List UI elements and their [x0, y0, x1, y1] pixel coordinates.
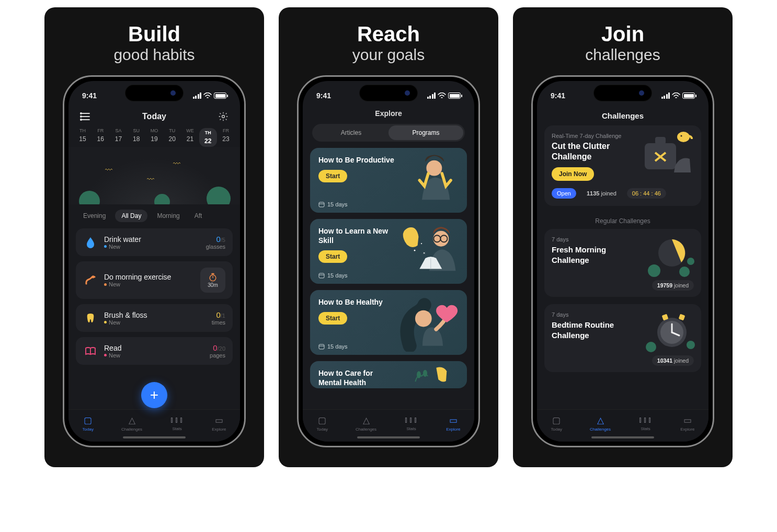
calendar-icon: [318, 343, 325, 350]
day-col-selected[interactable]: TH22: [199, 128, 217, 147]
svg-rect-22: [319, 344, 324, 349]
day-col[interactable]: TH15: [74, 128, 92, 147]
battery-icon: [682, 92, 695, 99]
square-icon: ▢: [318, 415, 326, 426]
tab-explore[interactable]: ▭Explore: [212, 415, 226, 432]
habit-card-exercise[interactable]: Do morning exercise New 30m: [76, 261, 233, 299]
add-habit-button[interactable]: +: [141, 382, 167, 408]
svg-point-43: [646, 342, 656, 352]
wifi-icon: [438, 92, 446, 99]
signal-icon: [193, 92, 202, 99]
svg-point-7: [92, 276, 95, 279]
week-row[interactable]: TH15 FR16 SA17 SU18 MO19 TU20 WE21 TH22 …: [68, 125, 240, 147]
habit-value: 0: [216, 235, 220, 244]
tab-challenges[interactable]: △Challenges: [121, 415, 142, 432]
panel-subtitle: your goals: [352, 46, 425, 64]
bookopen-icon: ▭: [215, 415, 223, 426]
drop-icon: [83, 235, 98, 250]
day-col[interactable]: FR16: [92, 128, 109, 147]
tab-challenges[interactable]: △Challenges: [356, 415, 376, 432]
habit-status: New: [109, 244, 120, 250]
gear-icon[interactable]: [217, 110, 230, 123]
wifi-icon: [672, 92, 680, 99]
day-col[interactable]: WE21: [181, 128, 199, 147]
home-indicator: [591, 436, 654, 438]
day-col[interactable]: FR23: [217, 128, 235, 147]
time-filter[interactable]: Aft: [189, 210, 208, 222]
panel-title: Reach: [357, 23, 420, 45]
mountain-icon: △: [363, 415, 370, 426]
program-illustration: [395, 293, 464, 352]
tab-challenges[interactable]: △Challenges: [590, 415, 611, 432]
day-col[interactable]: MO19: [145, 128, 163, 147]
exercise-icon: [83, 273, 98, 287]
tab-explore[interactable]: ▭Explore: [446, 415, 460, 432]
svg-point-34: [648, 264, 660, 277]
svg-point-36: [687, 258, 694, 265]
countdown-timer: 06 : 44 : 46: [627, 188, 666, 199]
day-col[interactable]: TU20: [163, 128, 181, 147]
svg-point-25: [417, 371, 421, 378]
start-button[interactable]: Start: [318, 250, 347, 263]
notch: [594, 85, 652, 101]
regular-challenge[interactable]: 7 days Bedtime Routine Challenge 10341 j…: [544, 304, 701, 372]
start-button[interactable]: Start: [318, 312, 347, 325]
svg-point-5: [81, 119, 82, 120]
program-card[interactable]: How to Care for Mental Health: [310, 361, 467, 388]
habit-status: New: [109, 319, 120, 326]
segment-programs[interactable]: Programs: [389, 125, 463, 140]
habit-card-read[interactable]: Read New 0/20 pages: [76, 337, 233, 365]
mountain-icon: △: [597, 415, 604, 426]
program-duration: 15 days: [318, 272, 348, 279]
segment-articles[interactable]: Articles: [314, 125, 389, 140]
square-icon: ▢: [84, 415, 92, 426]
bookopen-icon: ▭: [449, 415, 458, 426]
svg-point-32: [681, 135, 682, 137]
svg-point-4: [81, 116, 82, 117]
habit-status: New: [109, 281, 120, 287]
home-indicator: [123, 436, 186, 438]
time-filter[interactable]: Evening: [78, 210, 111, 222]
page-title: Explore: [303, 108, 474, 122]
panel-title: Join: [601, 23, 644, 45]
start-button[interactable]: Start: [318, 170, 347, 182]
time-filter-selected[interactable]: All Day: [115, 210, 147, 222]
regular-challenge[interactable]: 7 days Fresh Morning Challenge 19759 joi…: [544, 229, 701, 297]
svg-point-44: [687, 341, 695, 349]
screen-explore: 9:41 Explore Articles Programs How to Be…: [303, 81, 474, 442]
join-button[interactable]: Join Now: [552, 167, 594, 181]
joined-count: 1135 joined: [581, 188, 622, 199]
challenge-illustration: [638, 309, 696, 356]
program-card[interactable]: How to Be Productive Start 15 days: [310, 148, 467, 213]
tooth-icon: [83, 311, 98, 326]
day-col[interactable]: SA17: [110, 128, 128, 147]
panel-build: Build good habits 9:41 Today: [44, 7, 264, 467]
time-filter-row: Evening All Day Morning Aft: [68, 204, 240, 228]
tab-today[interactable]: ▢Today: [83, 415, 94, 432]
svg-point-26: [423, 370, 427, 377]
home-indicator: [357, 436, 420, 438]
status-icons: [427, 92, 461, 99]
status-time: 9:41: [82, 91, 97, 100]
tab-stats[interactable]: ⫾⫾⫾Stats: [638, 415, 653, 431]
habit-timer[interactable]: 30m: [200, 268, 225, 293]
habit-card-brush[interactable]: Brush & floss New 0/1 times: [76, 304, 233, 332]
tab-explore[interactable]: ▭Explore: [680, 415, 694, 432]
tab-stats[interactable]: ⫾⫾⫾Stats: [404, 415, 418, 431]
day-col[interactable]: SU18: [128, 128, 145, 147]
program-card[interactable]: How to Be Healthy Start 15 days: [310, 290, 467, 355]
list-icon[interactable]: [79, 110, 92, 123]
tab-today[interactable]: ▢Today: [551, 415, 562, 432]
program-title: How to Learn a New Skill: [318, 226, 397, 245]
habit-unit: times: [212, 319, 225, 326]
program-card[interactable]: How to Learn a New Skill Start 15 days: [310, 219, 467, 284]
square-icon: ▢: [552, 415, 561, 426]
featured-challenge[interactable]: Real-Time 7-day Challenge Cut the Clutte…: [544, 125, 701, 206]
tab-today[interactable]: ▢Today: [317, 415, 328, 432]
tab-stats[interactable]: ⫾⫾⫾Stats: [170, 415, 184, 431]
habit-card-drink-water[interactable]: Drink water New 0/5 glasses: [76, 228, 233, 256]
joined-badge: 19759 joined: [652, 280, 694, 291]
time-filter[interactable]: Morning: [152, 210, 185, 222]
svg-rect-11: [319, 202, 324, 207]
challenge-title: Cut the Clutter Challenge: [552, 141, 637, 162]
